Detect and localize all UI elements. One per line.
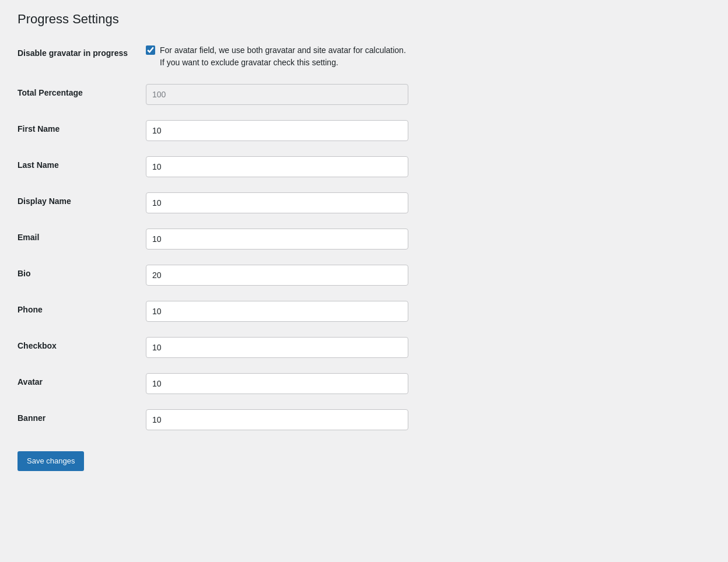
field-input-bio[interactable] — [146, 265, 408, 286]
field-row: Avatar — [18, 373, 542, 396]
field-label: Display Name — [18, 192, 146, 208]
field-row: First Name — [18, 120, 542, 143]
field-row: Display Name — [18, 192, 542, 216]
field-label: Total Percentage — [18, 84, 146, 99]
page-title: Progress Settings — [18, 12, 710, 27]
disable-gravatar-checkbox[interactable] — [146, 45, 155, 55]
field-input-checkbox[interactable] — [146, 337, 408, 358]
save-changes-button[interactable]: Save changes — [18, 451, 84, 471]
field-control — [146, 120, 408, 141]
field-label: Checkbox — [18, 337, 146, 352]
field-row: Banner — [18, 409, 542, 433]
field-input-avatar[interactable] — [146, 373, 408, 394]
field-control — [146, 301, 408, 322]
field-control — [146, 409, 408, 430]
checkbox-row: For avatar field, we use both gravatar a… — [146, 44, 408, 69]
settings-form: Disable gravatar in progress For avatar … — [18, 44, 542, 471]
field-control — [146, 373, 408, 394]
field-label: Banner — [18, 409, 146, 424]
field-label: Last Name — [18, 156, 146, 171]
field-input-total-percentage — [146, 84, 408, 105]
field-input-phone[interactable] — [146, 301, 408, 322]
field-input-email[interactable] — [146, 229, 408, 250]
field-control — [146, 84, 408, 105]
field-row: Bio — [18, 265, 542, 288]
field-label: Avatar — [18, 373, 146, 388]
field-label: Email — [18, 229, 146, 244]
field-input-banner[interactable] — [146, 409, 408, 430]
field-control — [146, 192, 408, 213]
field-row: Total Percentage — [18, 84, 542, 107]
field-input-display-name[interactable] — [146, 192, 408, 213]
field-input-last-name[interactable] — [146, 156, 408, 177]
field-rows-container: Total PercentageFirst NameLast NameDispl… — [18, 84, 542, 433]
disable-gravatar-label: Disable gravatar in progress — [18, 44, 146, 59]
field-row: Last Name — [18, 156, 542, 180]
field-label: First Name — [18, 120, 146, 135]
field-control — [146, 337, 408, 358]
disable-gravatar-row: Disable gravatar in progress For avatar … — [18, 44, 542, 71]
field-row: Checkbox — [18, 337, 542, 360]
field-control — [146, 229, 408, 250]
disable-gravatar-description: For avatar field, we use both gravatar a… — [160, 44, 408, 69]
field-label: Bio — [18, 265, 146, 280]
field-input-first-name[interactable] — [146, 120, 408, 141]
disable-gravatar-control: For avatar field, we use both gravatar a… — [146, 44, 408, 69]
field-row: Email — [18, 229, 542, 252]
field-row: Phone — [18, 301, 542, 324]
field-control — [146, 265, 408, 286]
field-control — [146, 156, 408, 177]
field-label: Phone — [18, 301, 146, 316]
